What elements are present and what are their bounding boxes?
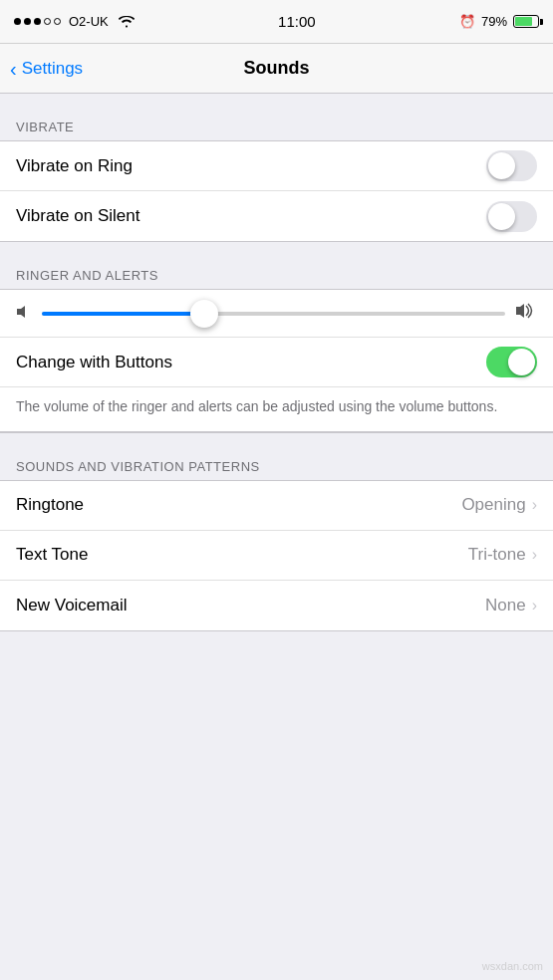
change-with-buttons-label: Change with Buttons — [16, 353, 172, 372]
change-with-buttons-row: Change with Buttons — [0, 338, 553, 387]
volume-slider-thumb — [190, 300, 218, 328]
vibrate-on-silent-toggle[interactable] — [486, 201, 537, 232]
carrier-label: O2-UK — [69, 14, 109, 29]
ringer-section-header: RINGER AND ALERTS — [0, 252, 553, 289]
vibrate-on-silent-row: Vibrate on Silent — [0, 191, 553, 241]
status-right: ⏰ 79% — [459, 14, 539, 29]
battery-percent: 79% — [481, 14, 507, 29]
ringer-card: Change with Buttons The volume of the ri… — [0, 289, 553, 433]
text-tone-row[interactable]: Text Tone Tri-tone › — [0, 531, 553, 581]
back-button[interactable]: ‹ Settings — [10, 59, 83, 79]
text-tone-value: Tri-tone — [468, 545, 526, 565]
new-voicemail-value: None — [485, 596, 526, 615]
ringtone-value: Opening — [461, 495, 525, 515]
page-title: Sounds — [244, 58, 310, 79]
text-tone-chevron-icon: › — [532, 546, 537, 564]
volume-slider-fill — [42, 312, 204, 316]
svg-marker-1 — [516, 304, 524, 318]
ringtone-label: Ringtone — [16, 495, 84, 515]
battery-icon — [513, 15, 539, 28]
time-display: 11:00 — [278, 13, 316, 30]
status-bar: O2-UK 11:00 ⏰ 79% — [0, 0, 553, 44]
vibrate-on-ring-label: Vibrate on Ring — [16, 156, 133, 176]
change-with-buttons-toggle[interactable] — [486, 347, 537, 377]
signal-dot-4 — [44, 18, 51, 25]
vibrate-on-ring-toggle[interactable] — [486, 150, 537, 181]
spacer-3 — [0, 433, 553, 443]
new-voicemail-row[interactable]: New Voicemail None › — [0, 581, 553, 630]
ringer-description: The volume of the ringer and alerts can … — [0, 387, 553, 432]
watermark: wsxdan.com — [482, 960, 543, 972]
signal-dot-5 — [54, 18, 61, 25]
volume-slider-track[interactable] — [42, 312, 505, 316]
new-voicemail-chevron-icon: › — [532, 597, 537, 614]
vibrate-on-silent-label: Vibrate on Silent — [16, 206, 139, 226]
vibrate-section-header: VIBRATE — [0, 104, 553, 140]
vibrate-on-ring-thumb — [488, 152, 515, 179]
volume-slider-row — [0, 290, 553, 338]
ringer-description-text: The volume of the ringer and alerts can … — [16, 398, 497, 414]
sounds-patterns-card: Ringtone Opening › Text Tone Tri-tone › … — [0, 480, 553, 631]
back-chevron-icon: ‹ — [10, 59, 17, 79]
nav-bar: ‹ Settings Sounds — [0, 44, 553, 94]
new-voicemail-right: None › — [485, 596, 537, 615]
sounds-patterns-header: SOUNDS AND VIBRATION PATTERNS — [0, 443, 553, 480]
spacer-2 — [0, 242, 553, 252]
signal-dot-3 — [34, 18, 41, 25]
signal-dot-1 — [14, 18, 21, 25]
vibrate-card: Vibrate on Ring Vibrate on Silent — [0, 140, 553, 242]
alarm-icon: ⏰ — [459, 14, 475, 29]
spacer-1 — [0, 94, 553, 104]
back-label: Settings — [22, 59, 83, 79]
svg-marker-0 — [17, 306, 25, 318]
ringtone-right: Opening › — [461, 495, 537, 515]
text-tone-label: Text Tone — [16, 545, 88, 565]
vibrate-on-silent-thumb — [488, 203, 515, 230]
status-left: O2-UK — [14, 14, 135, 29]
volume-low-icon — [16, 304, 32, 324]
battery-fill — [515, 17, 532, 26]
ringtone-chevron-icon: › — [532, 496, 537, 514]
signal-dots — [14, 18, 61, 25]
change-with-buttons-thumb — [508, 349, 535, 375]
new-voicemail-label: New Voicemail — [16, 596, 128, 615]
ringtone-row[interactable]: Ringtone Opening › — [0, 481, 553, 531]
vibrate-on-ring-row: Vibrate on Ring — [0, 141, 553, 191]
wifi-icon — [119, 16, 135, 28]
text-tone-right: Tri-tone › — [468, 545, 537, 565]
signal-dot-2 — [24, 18, 31, 25]
volume-high-icon — [515, 302, 537, 325]
